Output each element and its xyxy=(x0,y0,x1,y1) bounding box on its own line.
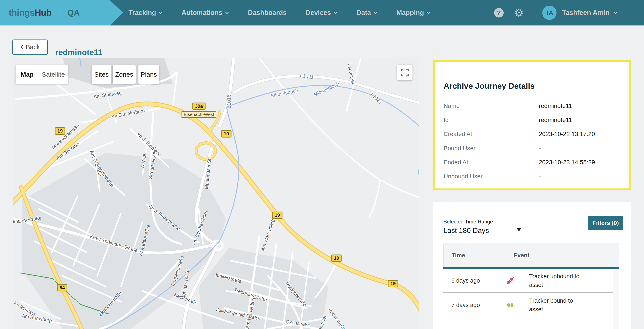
field-row-unbound-user: Unbound User - xyxy=(444,173,616,182)
dropdown-caret-icon[interactable] xyxy=(516,228,522,231)
header-accent-bar xyxy=(443,267,620,269)
back-button[interactable]: ‹ Back xyxy=(12,39,48,55)
top-navbar: thingsHub QA Tracking Automations Dashbo… xyxy=(0,0,644,25)
events-panel: Selected Time Range Last 180 Days Filter… xyxy=(433,202,630,329)
fullscreen-button[interactable] xyxy=(397,65,412,80)
chevron-down-icon[interactable] xyxy=(613,12,617,14)
nav-item-devices[interactable]: Devices xyxy=(306,9,337,17)
events-table-body: 6 days ago xyxy=(443,269,613,317)
unplug-icon xyxy=(506,276,515,286)
gear-icon[interactable]: ⚙ xyxy=(514,7,524,18)
column-header-event: Event xyxy=(514,244,530,267)
route-badge: 19 xyxy=(221,130,232,137)
events-table-header: Time Event xyxy=(443,244,620,267)
brand-things: things xyxy=(9,7,34,18)
archive-journey-details-panel: Archive Journey Details Name redminote11… xyxy=(433,60,630,190)
time-range-label: Selected Time Range xyxy=(443,219,526,225)
nav-item-mapping[interactable]: Mapping xyxy=(396,9,430,17)
sites-button[interactable]: Sites xyxy=(92,65,112,84)
chevron-down-icon xyxy=(159,12,162,14)
brand-hub: Hub xyxy=(34,7,52,18)
route-badge: 19 xyxy=(331,255,342,262)
field-row-ended-at: Ended At 2023-10-23 14:55:29 xyxy=(444,159,616,168)
main-nav: Tracking Automations Dashboards Devices … xyxy=(128,0,430,25)
route-badge: 19 xyxy=(55,127,65,135)
brand-divider xyxy=(60,7,60,18)
map-type-control: Map Satellite xyxy=(16,65,68,84)
panel-title: Archive Journey Details xyxy=(444,82,535,91)
time-range-select[interactable]: Selected Time Range Last 180 Days xyxy=(443,219,526,235)
table-scrollbar[interactable] xyxy=(613,269,620,329)
table-row[interactable]: 6 days ago xyxy=(443,269,613,293)
map-roads xyxy=(13,58,419,329)
fullscreen-icon xyxy=(401,69,408,76)
zones-button[interactable]: Zones xyxy=(113,65,136,84)
route-badge: 19 xyxy=(388,280,398,287)
brand-area[interactable]: thingsHub QA xyxy=(0,0,123,25)
nav-item-automations[interactable]: Automations xyxy=(182,9,229,17)
chevron-down-icon xyxy=(374,12,378,14)
help-icon[interactable]: ? xyxy=(494,8,504,17)
table-row[interactable]: 7 days ago Tracker bound to asset xyxy=(443,293,613,317)
nav-utilities: ? ⚙ TA Tashfeen Amin xyxy=(494,0,617,25)
user-menu[interactable]: Tashfeen Amin xyxy=(562,9,610,17)
map-type-satellite-button[interactable]: Satellite xyxy=(39,65,68,84)
nav-item-tracking[interactable]: Tracking xyxy=(128,9,162,17)
map-type-map-button[interactable]: Map xyxy=(16,65,39,84)
column-header-time: Time xyxy=(452,244,465,267)
filters-button[interactable]: Filters (0) xyxy=(588,216,623,230)
field-row-name: Name redminote11 xyxy=(444,102,616,111)
chevron-down-icon xyxy=(334,12,337,14)
route-badge: 19 xyxy=(272,212,282,219)
chevron-left-icon: ‹ xyxy=(20,42,23,51)
chevron-down-icon xyxy=(426,12,430,14)
route-badge: 84 xyxy=(57,284,68,292)
plug-icon xyxy=(506,300,515,311)
map-exit-sign: Eisenach-West xyxy=(182,111,216,118)
nav-item-dashboards[interactable]: Dashboards xyxy=(248,9,286,17)
plans-button[interactable]: Plans xyxy=(138,65,159,84)
environment-label: QA xyxy=(68,0,80,25)
nav-item-data[interactable]: Data xyxy=(356,9,377,17)
map-route-label: L1016 xyxy=(226,95,232,108)
app-window: thingsHub QA Tracking Automations Dashbo… xyxy=(0,0,644,329)
map-canvas[interactable]: Am StadtwegAm SchleierbornMosewaldstraße… xyxy=(13,58,419,329)
route-badge: 39a xyxy=(192,102,206,110)
brand-logo: thingsHub xyxy=(9,0,52,25)
avatar[interactable]: TA xyxy=(542,5,556,20)
field-row-created-at: Created At 2023-10-22 13:17:20 xyxy=(444,131,616,139)
chevron-down-icon xyxy=(225,12,229,14)
field-row-id: Id redminote11 xyxy=(444,117,616,125)
time-range-value: Last 180 Days xyxy=(443,227,526,235)
field-row-bound-user: Bound User - xyxy=(444,145,616,153)
